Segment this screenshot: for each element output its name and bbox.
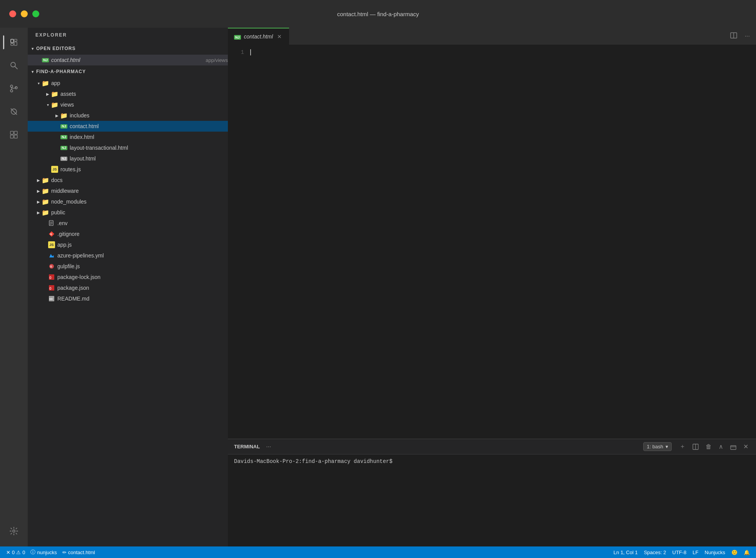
cursor-line (250, 49, 756, 55)
tree-item-assets[interactable]: ▶ 📁 assets (28, 89, 228, 99)
status-language-server[interactable]: ⓘ nunjucks (30, 549, 57, 556)
tree-item-gulp[interactable]: ▶ G gulpfile.js (28, 261, 228, 272)
status-file-type-bar[interactable]: ✏ contact.html (62, 550, 95, 555)
contact-file-icon: NJ (60, 122, 68, 130)
tree-item-includes[interactable]: ▶ 📁 includes (28, 110, 228, 121)
tab-close-button[interactable]: ✕ (276, 33, 283, 40)
gitignore-icon: G (48, 230, 55, 238)
gulp-label: gulpfile.js (57, 263, 228, 269)
svg-line-5 (15, 67, 17, 69)
status-language[interactable]: Nunjucks (705, 550, 725, 555)
tree-item-app-js[interactable]: ▶ JS app.js (28, 239, 228, 250)
tree-item-package-lock[interactable]: ▶ {} package-lock.json (28, 272, 228, 282)
open-editors-header[interactable]: ▾ OPEN EDITORS (28, 42, 228, 55)
tab-nj-icon: NJ (234, 33, 241, 40)
tree-item-middleware[interactable]: ▶ 📁 middleware (28, 185, 228, 196)
tab-contact-html[interactable]: NJ contact.html ✕ (228, 28, 289, 45)
tree-item-node-modules[interactable]: ▶ 📁 node_modules (28, 196, 228, 207)
tree-item-routes-js[interactable]: ▶ JS routes.js (28, 164, 228, 175)
terminal-more-button[interactable]: ··· (266, 443, 271, 450)
project-header[interactable]: ▾ FIND-A-PHARMACY (28, 65, 228, 78)
svg-rect-14 (14, 135, 17, 138)
open-editor-path: app/views (206, 57, 228, 63)
tree-item-package-json[interactable]: ▶ {} package.json (28, 282, 228, 293)
split-terminal-button[interactable] (691, 443, 700, 451)
project-label: FIND-A-PHARMACY (36, 69, 86, 74)
text-cursor (250, 49, 251, 55)
close-button[interactable] (9, 10, 16, 17)
terminal-tab[interactable]: TERMINAL (234, 444, 260, 449)
encoding-text: UTF-8 (672, 550, 687, 555)
tree-item-gitignore[interactable]: ▶ G .gitignore (28, 229, 228, 239)
status-line-endings[interactable]: LF (692, 550, 698, 555)
svg-rect-0 (11, 39, 13, 43)
new-terminal-button[interactable]: ＋ (678, 442, 687, 451)
settings-activity-icon[interactable] (3, 520, 25, 542)
explorer-activity-icon[interactable] (3, 32, 25, 53)
status-spaces[interactable]: Spaces: 2 (644, 550, 666, 555)
tree-item-index-html[interactable]: ▶ NJ index.html (28, 132, 228, 142)
source-control-activity-icon[interactable] (3, 78, 25, 99)
public-label: public (51, 209, 228, 216)
window-controls (9, 10, 39, 17)
ls-name: nunjucks (37, 550, 57, 555)
scroll-up-button[interactable]: ∧ (717, 442, 725, 451)
svg-rect-1 (14, 39, 17, 41)
tree-item-env[interactable]: ▶ .env (28, 218, 228, 229)
line-numbers: 1 (228, 45, 247, 439)
readme-icon: MD (48, 295, 55, 302)
status-left: ✕ 0 ⚠ 0 ⓘ nunjucks ✏ contact.html (6, 549, 95, 556)
activity-bar-bottom (3, 520, 25, 546)
smiley-icon: 🙂 (731, 550, 738, 555)
tree-item-contact-html[interactable]: ▶ NJ contact.html (28, 121, 228, 132)
explorer-section: ▾ OPEN EDITORS NJ contact.html app/views… (28, 42, 228, 546)
extensions-activity-icon[interactable] (3, 124, 25, 145)
layout-html-label: layout.html (70, 155, 228, 162)
middleware-chevron: ▶ (35, 188, 42, 194)
terminal-bash-select[interactable]: 1: bash ▾ (643, 442, 672, 451)
activity-bar-top (3, 32, 25, 520)
kill-terminal-button[interactable]: 🗑 (704, 443, 713, 451)
status-position[interactable]: Ln 1, Col 1 (614, 550, 638, 555)
split-editor-button[interactable] (729, 30, 739, 42)
editor-text-area[interactable] (247, 45, 756, 439)
status-smiley[interactable]: 🙂 (731, 550, 738, 555)
public-chevron: ▶ (35, 209, 42, 216)
tree-item-docs[interactable]: ▶ 📁 docs (28, 175, 228, 185)
includes-chevron: ▶ (54, 112, 60, 119)
terminal-content[interactable]: Davids-MacBook-Pro-2:find-a-pharmacy dav… (228, 454, 756, 546)
layout-html-icon: NJ (60, 155, 68, 162)
status-errors[interactable]: ✕ 0 ⚠ 0 (6, 550, 25, 555)
layout-transactional-label: layout-transactional.html (70, 145, 228, 151)
search-activity-icon[interactable] (3, 55, 25, 76)
tree-item-layout-html[interactable]: ▶ NJ layout.html (28, 153, 228, 164)
tree-item-readme[interactable]: ▶ MD README.md (28, 293, 228, 304)
status-right: Ln 1, Col 1 Spaces: 2 UTF-8 LF Nunjucks … (614, 550, 750, 555)
more-actions-button[interactable]: ··· (743, 31, 751, 41)
tree-item-azure[interactable]: ▶ azure-pipelines.yml (28, 250, 228, 261)
status-bell[interactable]: 🔔 (744, 550, 750, 555)
minimize-button[interactable] (21, 10, 28, 17)
contact-html-label: contact.html (70, 123, 228, 129)
open-editor-contact-html[interactable]: NJ contact.html app/views (28, 55, 228, 65)
tree-item-public[interactable]: ▶ 📁 public (28, 207, 228, 218)
debug-activity-icon[interactable] (3, 101, 25, 122)
tree-item-layout-transactional[interactable]: ▶ NJ layout-transactional.html (28, 142, 228, 153)
routes-js-label: routes.js (60, 166, 228, 172)
app-chevron: ▾ (35, 80, 42, 86)
index-file-icon: NJ (60, 133, 68, 141)
tab-actions: ··· (729, 30, 756, 42)
svg-point-6 (10, 85, 13, 87)
bash-label: 1: bash (647, 444, 663, 449)
main-layout: EXPLORER ▾ OPEN EDITORS NJ contact.html … (0, 28, 756, 546)
nj-icon: NJ (42, 56, 49, 64)
layout-trans-icon: NJ (60, 144, 68, 152)
maximize-panel-button[interactable] (729, 443, 738, 451)
maximize-button[interactable] (32, 10, 39, 17)
status-encoding[interactable]: UTF-8 (672, 550, 687, 555)
tree-item-app[interactable]: ▾ 📁 app (28, 78, 228, 89)
readme-label: README.md (57, 296, 228, 302)
svg-rect-13 (10, 135, 13, 138)
tree-item-views[interactable]: ▾ 📁 views (28, 99, 228, 110)
close-panel-button[interactable]: ✕ (742, 442, 750, 451)
